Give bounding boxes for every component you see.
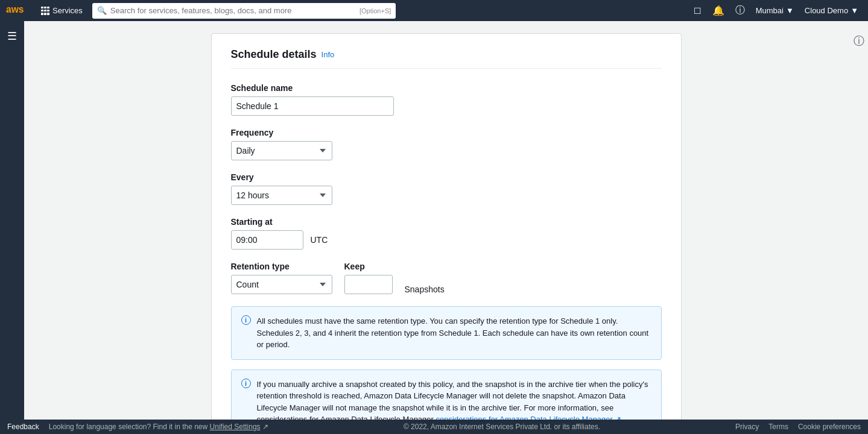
starting-at-label: Starting at <box>231 217 662 227</box>
hamburger-icon: ☰ <box>7 30 17 42</box>
account-selector[interactable]: Cloud Demo ▼ <box>801 0 862 21</box>
sidebar-toggle-button[interactable]: ☰ <box>5 27 19 45</box>
account-chevron-icon: ▼ <box>851 6 858 15</box>
search-shortcut: [Option+S] <box>360 7 391 14</box>
retention-type-col: Retention type Count Age <box>231 262 332 294</box>
form-container: Schedule details Info Schedule name Freq… <box>211 33 682 434</box>
starting-at-group: Starting at UTC <box>231 217 662 250</box>
unified-settings-link[interactable]: Unified Settings <box>210 423 261 431</box>
archive-info-text: If you manually archive a snapshot creat… <box>257 379 651 426</box>
keep-col: Keep <box>344 262 393 294</box>
cloudshell-button[interactable]: ☐ <box>690 0 705 21</box>
frequency-group: Frequency Daily Weekly Monthly Custom cr… <box>231 128 662 160</box>
aws-logo: aws <box>6 3 33 18</box>
main-content: Schedule details Info Schedule name Freq… <box>24 21 868 434</box>
grid-icon <box>41 7 49 15</box>
schedule-name-label: Schedule name <box>231 83 662 93</box>
search-bar: 🔍 [Option+S] <box>92 3 396 19</box>
region-chevron-icon: ▼ <box>786 6 794 15</box>
info-link[interactable]: Info <box>322 50 335 59</box>
frequency-label: Frequency <box>231 128 662 137</box>
privacy-link[interactable]: Privacy <box>735 423 759 431</box>
search-icon: 🔍 <box>97 6 107 15</box>
info-circle-icon: i <box>241 315 251 325</box>
info-side-icon: ⓘ <box>854 35 864 47</box>
retention-type-label: Retention type <box>231 262 332 271</box>
help-button[interactable]: ⓘ <box>732 0 749 21</box>
schedule-name-group: Schedule name <box>231 83 662 116</box>
section-title: Schedule details <box>231 48 317 61</box>
footer-copyright: © 2022, Amazon Internet Services Private… <box>268 423 735 431</box>
schedule-name-input[interactable] <box>231 96 394 116</box>
retention-group: Retention type Count Age Keep Snapshots <box>231 262 662 294</box>
footer-notice: Looking for language selection? Find it … <box>49 423 268 431</box>
utc-label: UTC <box>311 235 328 245</box>
footer-left: Feedback Looking for language selection?… <box>7 423 268 431</box>
every-group: Every 1 hour 2 hours 4 hours 6 hours 8 h… <box>231 172 662 205</box>
terms-link[interactable]: Terms <box>768 423 788 431</box>
sidebar: ☰ <box>0 21 24 420</box>
account-label: Cloud Demo <box>805 6 848 15</box>
search-input[interactable] <box>110 6 360 15</box>
footer-right: Privacy Terms Cookie preferences <box>735 423 861 431</box>
section-header: Schedule details Info <box>231 48 662 69</box>
retention-info-box: i All schedules must have the same reten… <box>231 306 662 360</box>
region-selector[interactable]: Mumbai ▼ <box>752 0 797 21</box>
services-label: Services <box>52 6 83 15</box>
frequency-select[interactable]: Daily Weekly Monthly Custom cron express… <box>231 141 332 160</box>
retention-type-select[interactable]: Count Age <box>231 275 332 294</box>
region-label: Mumbai <box>756 6 784 15</box>
page-info-button[interactable]: ⓘ <box>850 30 868 52</box>
retention-info-text: All schedules must have the same retenti… <box>257 315 651 351</box>
snapshots-label: Snapshots <box>405 285 445 294</box>
starting-at-row: UTC <box>231 230 662 250</box>
nav-icons: ☐ 🔔 ⓘ Mumbai ▼ Cloud Demo ▼ <box>690 0 862 21</box>
retention-row: Retention type Count Age Keep Snapshots <box>231 262 662 294</box>
info-circle-icon-2: i <box>241 379 251 388</box>
every-select[interactable]: 1 hour 2 hours 4 hours 6 hours 8 hours 1… <box>231 186 332 205</box>
services-menu-button[interactable]: Services <box>37 0 86 21</box>
keep-input[interactable] <box>344 275 393 294</box>
svg-text:aws: aws <box>6 4 24 14</box>
notifications-button[interactable]: 🔔 <box>709 0 728 21</box>
keep-label: Keep <box>344 262 393 271</box>
top-navigation: aws Services 🔍 [Option+S] ☐ 🔔 ⓘ Mum <box>0 0 868 21</box>
footer: Feedback Looking for language selection?… <box>0 420 868 434</box>
every-label: Every <box>231 172 662 182</box>
snapshots-col: Snapshots <box>405 285 445 294</box>
cookie-preferences-link[interactable]: Cookie preferences <box>798 423 861 431</box>
starting-at-input[interactable] <box>231 230 303 250</box>
feedback-link[interactable]: Feedback <box>7 423 39 431</box>
